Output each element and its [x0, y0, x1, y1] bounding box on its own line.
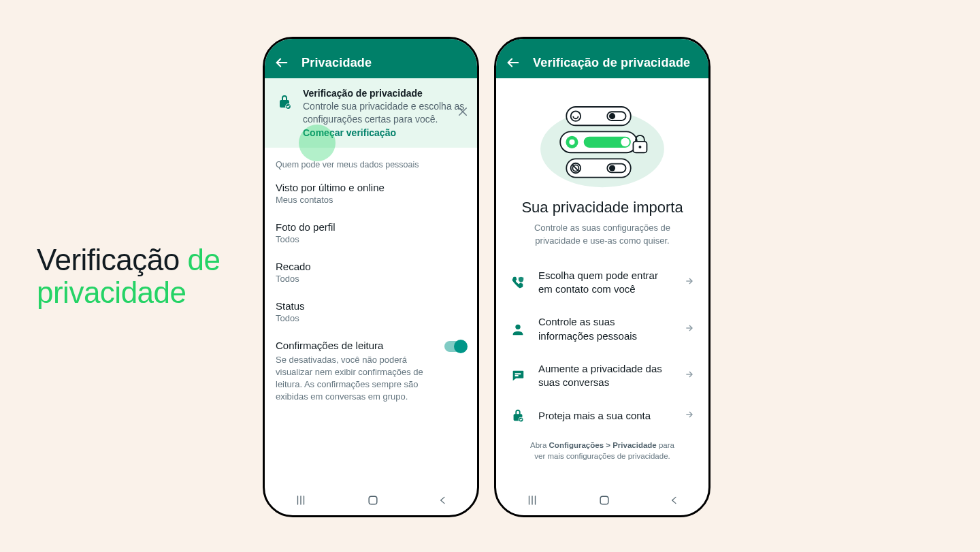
back-arrow-icon[interactable] [506, 55, 521, 70]
hero-title: Verificação de privacidade [37, 244, 220, 310]
row-profile-photo[interactable]: Foto do perfil Todos [265, 213, 477, 253]
row-last-seen[interactable]: Visto por último e online Meus contatos [265, 174, 477, 213]
svg-point-19 [621, 137, 630, 146]
phone-privacy-settings: Privacidade Verificação de privacidade C… [263, 37, 479, 517]
app-bar: Verificação de privacidade [496, 39, 708, 78]
privacy-checkup-banner[interactable]: Verificação de privacidade Controle sua … [265, 78, 477, 148]
lock-check-icon [510, 408, 526, 423]
recents-icon[interactable] [293, 494, 308, 506]
back-arrow-icon[interactable] [274, 55, 289, 70]
svg-rect-8 [369, 496, 377, 504]
svg-point-29 [515, 324, 520, 329]
svg-rect-32 [514, 375, 519, 376]
row-read-receipts[interactable]: Confirmações de leitura Se desativadas, … [265, 331, 477, 412]
chat-icon [510, 368, 526, 383]
banner-description: Controle sua privacidade e escolha as co… [303, 100, 469, 126]
footer-hint: Abra Configurações > Privacidade para ve… [510, 433, 695, 461]
option-personal-info[interactable]: Controle as suas informações pessoais [510, 306, 695, 353]
checkup-subtitle: Controle as suas configurações de privac… [514, 222, 691, 246]
row-status[interactable]: Status Todos [265, 292, 477, 331]
person-icon [510, 322, 526, 337]
banner-title: Verificação de privacidade [303, 88, 469, 99]
android-nav-bar [496, 485, 708, 515]
checkup-heading: Sua privacidade importa [510, 199, 695, 216]
appbar-title: Privacidade [301, 56, 372, 70]
start-checkup-link[interactable]: Começar verificação [303, 127, 396, 138]
svg-point-14 [609, 113, 615, 119]
row-about[interactable]: Recado Todos [265, 253, 477, 292]
chevron-right-icon [684, 323, 695, 336]
svg-point-27 [609, 165, 615, 171]
option-contact[interactable]: Escolha quem pode entrar em contato com … [510, 259, 695, 306]
read-receipts-toggle[interactable] [444, 341, 465, 352]
phone-privacy-checkup: Verificação de privacidade [494, 37, 710, 517]
chevron-right-icon [684, 369, 695, 383]
chevron-right-icon [684, 409, 695, 423]
recents-icon[interactable] [525, 494, 540, 506]
close-icon[interactable] [457, 105, 469, 120]
privacy-illustration [534, 93, 670, 192]
android-nav-bar [265, 485, 477, 515]
home-icon[interactable] [598, 493, 611, 507]
option-chat-privacy[interactable]: Aumente a privacidade das suas conversas [510, 353, 695, 400]
svg-rect-31 [514, 373, 521, 374]
appbar-title: Verificação de privacidade [533, 56, 690, 70]
option-protect-account[interactable]: Proteja mais a sua conta [510, 399, 695, 433]
svg-point-21 [638, 146, 641, 148]
lock-check-icon [274, 92, 295, 112]
back-icon[interactable] [669, 494, 680, 506]
svg-point-17 [569, 140, 574, 145]
chevron-right-icon [684, 276, 695, 289]
back-icon[interactable] [438, 494, 448, 506]
app-bar: Privacidade [265, 39, 477, 78]
call-shield-icon [510, 275, 526, 290]
home-icon[interactable] [366, 493, 380, 507]
svg-rect-40 [600, 496, 608, 504]
section-header-personal: Quem pode ver meus dados pessoais [265, 148, 477, 174]
